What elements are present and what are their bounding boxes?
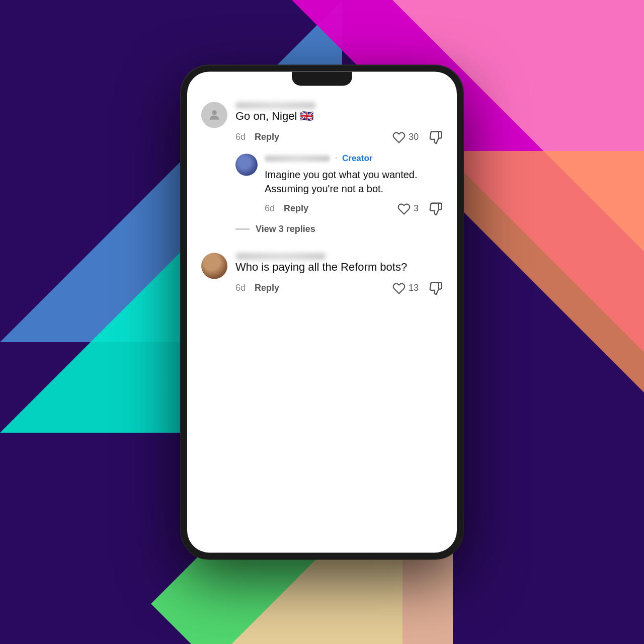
view-replies-line [235,229,250,230]
phone-frame: Go on, Nigel 🇬🇧 6d Reply 30 [181,65,463,558]
dot-sep: · [335,154,337,163]
creator-username-blurred [265,155,330,162]
username-2-blurred [235,253,326,260]
view-replies-button[interactable]: View 3 replies [235,224,443,234]
nested-comment-content: · Creator Imagine you got what you wante… [265,153,443,216]
avatar-1 [201,102,227,128]
dislike-icon-3[interactable] [429,281,443,295]
heart-icon-2 [397,202,411,215]
avatar-2 [201,253,227,279]
comment-1: Go on, Nigel 🇬🇧 6d Reply 30 [201,102,443,144]
comment-2-likes: 13 [392,281,443,295]
nested-comment-text: Imagine you got what you wanted. Assumin… [265,168,443,196]
nested-time: 6d [265,204,275,214]
phone-screen: Go on, Nigel 🇬🇧 6d Reply 30 [187,71,457,552]
comment-2-text: Who is paying all the Reform bots? [235,260,443,275]
nested-like-count: 3 [414,204,419,214]
nested-reply-button[interactable]: Reply [284,204,308,214]
creator-badge: Creator [342,153,372,164]
comment-2: Who is paying all the Reform bots? 6d Re… [201,253,443,295]
comment-1-content: Go on, Nigel 🇬🇧 6d Reply 30 [235,102,443,144]
nested-comment-1: · Creator Imagine you got what you wante… [235,153,443,216]
bg-dark-overlap [0,0,211,211]
nested-likes: 3 [397,202,443,216]
comment-2-time: 6d [235,283,246,293]
comment-2-meta: 6d Reply 13 [235,281,443,295]
heart-icon-1 [392,131,406,144]
comment-2-reply-button[interactable]: Reply [255,283,279,293]
comments-list: Go on, Nigel 🇬🇧 6d Reply 30 [187,82,457,314]
nested-comment-meta: 6d Reply 3 [265,202,443,216]
spacer [201,247,443,253]
comment-2-content: Who is paying all the Reform bots? 6d Re… [235,253,443,295]
creator-username-bar: · Creator [265,153,443,164]
comment-1-likes: 30 [392,130,443,144]
comment-1-meta: 6d Reply 30 [235,130,443,144]
view-replies-text: View 3 replies [256,224,315,234]
comment-1-like-count: 30 [409,132,419,143]
user-icon [207,108,221,122]
svg-point-0 [212,110,216,115]
dislike-icon-1[interactable] [429,130,443,144]
avatar-creator [235,153,258,176]
dislike-icon-2[interactable] [429,202,443,216]
phone-notch [292,71,352,86]
comment-2-like-count: 13 [409,283,419,293]
username-1-blurred [235,102,316,109]
heart-icon-3 [392,282,406,295]
comment-1-time: 6d [235,132,246,143]
comment-1-reply-button[interactable]: Reply [255,132,279,143]
comment-1-text: Go on, Nigel 🇬🇧 [235,109,443,124]
nested-reply-area: · Creator Imagine you got what you wante… [235,153,443,216]
